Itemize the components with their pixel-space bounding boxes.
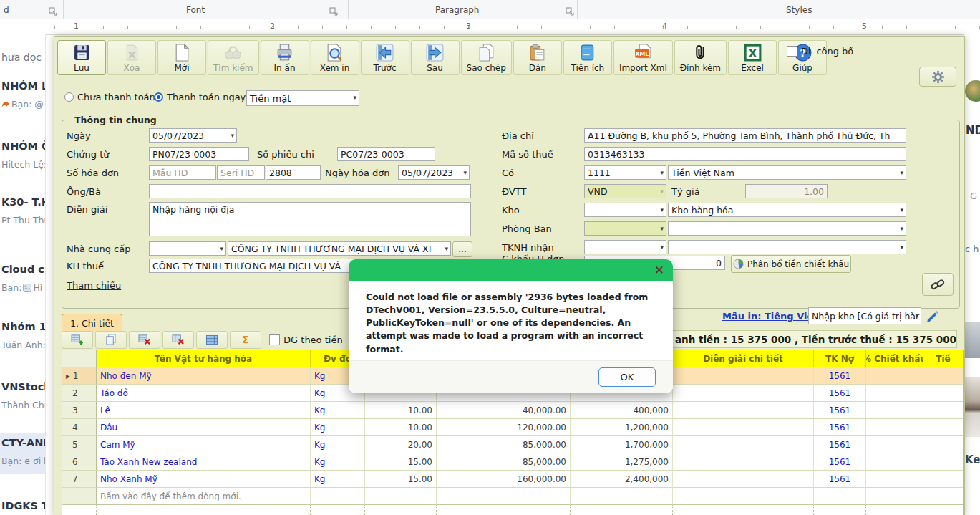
cell-qty[interactable]: 10.00 — [365, 419, 437, 436]
cell-amount[interactable]: 2,400,000 — [571, 471, 673, 488]
radio-chua-thanh-toan[interactable]: Chưa thanh toán — [64, 92, 155, 102]
cell-unit[interactable]: Kg — [311, 471, 365, 488]
cell-name[interactable]: Dâu — [97, 419, 311, 436]
cell-qty[interactable]: 15.00 — [365, 453, 437, 471]
nha-cung-cap-code-combo[interactable]: ▾ — [149, 241, 226, 256]
cell-num[interactable]: 6 — [62, 453, 97, 471]
dvtt-combo[interactable]: VND▾ — [584, 184, 666, 198]
cell-tkno[interactable]: 1561 — [814, 385, 866, 402]
cell-tkno[interactable]: 1561 — [814, 436, 866, 453]
cell-name[interactable]: Lê — [97, 402, 311, 419]
cell-qty[interactable]: 20.00 — [365, 436, 437, 453]
cell-price[interactable]: 85,000.00 — [437, 453, 571, 471]
delete-column-button[interactable] — [162, 331, 194, 349]
cell-note[interactable] — [673, 453, 814, 471]
seri-hd-input[interactable]: Seri HĐ — [217, 165, 265, 180]
forward-button[interactable]: Sau — [411, 40, 460, 75]
cell-tkno[interactable]: 1561 — [814, 471, 866, 488]
cell-amount[interactable]: 400,000 — [571, 402, 673, 419]
cell-num[interactable]: 3 — [62, 402, 97, 419]
tham-chieu-link[interactable]: Tham chiếu — [67, 280, 121, 291]
mau-hd-input[interactable]: Mẫu HĐ — [149, 165, 216, 180]
column-header-tien[interactable]: Tiề — [923, 350, 964, 367]
cell-empty[interactable] — [866, 488, 923, 505]
message-thumbnail[interactable] — [965, 322, 980, 358]
conversation-title[interactable]: NHÓM L — [1, 80, 46, 92]
paste-button[interactable]: Dán — [513, 40, 562, 75]
radio-circle[interactable] — [64, 92, 74, 102]
chat-sidebar[interactable]: hưa đọc NHÓM LBạn: @NHÓM ÔHitech Lệ:K30-… — [0, 34, 46, 515]
cell-qty[interactable]: 15.00 — [365, 471, 437, 488]
conversation-title[interactable]: Cloud củ — [1, 264, 46, 275]
table-row[interactable]: 3LêKg10.0040,000.00400,0001561 — [62, 402, 963, 419]
cell-tien[interactable] — [923, 471, 964, 488]
dialog-launcher-icon[interactable] — [566, 6, 575, 15]
conversation-title[interactable]: CTY-AND — [1, 437, 46, 448]
back-button[interactable]: Trước — [361, 40, 409, 75]
ngay-combo[interactable]: 05/07/2023▾ — [149, 128, 237, 143]
cell-discount[interactable] — [866, 471, 923, 488]
dialog-launcher-icon[interactable] — [329, 6, 339, 15]
table-row[interactable]: 6Táo Xanh New zealandKg15.0085,000.001,2… — [62, 453, 963, 471]
save-button[interactable]: Lưu — [57, 40, 106, 75]
cell-discount[interactable] — [866, 453, 923, 471]
cell-tkno[interactable]: 1561 — [814, 402, 866, 419]
cell-tien[interactable] — [923, 385, 964, 402]
copy-button[interactable]: Sao chép — [461, 40, 512, 75]
conversation-title[interactable]: IDGKS T — [1, 500, 46, 511]
preview-button[interactable]: Xem in — [311, 40, 359, 75]
xml-button[interactable]: XMLImport Xml — [613, 40, 673, 75]
cell-price[interactable]: 85,000.00 — [437, 436, 571, 453]
settings-button[interactable] — [919, 67, 956, 87]
add-row-hint[interactable]: Bấm vào đây để thêm dòng mới. — [97, 488, 311, 505]
cell-tkno[interactable]: 1561 — [814, 419, 866, 436]
ok-button[interactable]: OK — [598, 367, 656, 387]
cell-unit[interactable]: Kg — [311, 436, 365, 453]
cell-discount[interactable] — [866, 367, 923, 385]
so-phieu-chi-input[interactable]: PC07/23-0003 — [337, 147, 435, 161]
cell-amount[interactable]: 1,200,000 — [571, 419, 673, 436]
new-button[interactable]: Mới — [157, 40, 206, 75]
phong-ban-name-combo[interactable]: ▾ — [668, 221, 906, 236]
cell-tien[interactable] — [923, 419, 964, 436]
cell-discount[interactable] — [866, 385, 923, 402]
edit-template-button[interactable] — [926, 309, 939, 324]
cell-note[interactable] — [673, 471, 814, 488]
utility-button[interactable]: Tiện ích — [563, 40, 612, 75]
tknh-code-combo[interactable]: ▾ — [584, 240, 666, 254]
print-template-combo[interactable]: Nhập kho [Có giá trị hàr▾ — [808, 307, 921, 324]
cell-note[interactable] — [673, 367, 814, 385]
checkbox-box[interactable] — [787, 46, 797, 57]
cell-note[interactable] — [673, 385, 814, 402]
cell-qty[interactable]: 10.00 — [365, 402, 437, 419]
more-button[interactable]: ... — [452, 241, 472, 257]
checkbox-box[interactable] — [269, 334, 280, 345]
right-background-window[interactable]: ND G c h Ke — [964, 34, 980, 515]
co-currency-combo[interactable]: Tiền Việt Nam▾ — [668, 165, 906, 180]
column-header-name[interactable]: Tên Vật tư hàng hóa — [97, 350, 311, 367]
payment-method-combo[interactable]: Tiền mặt▾ — [246, 90, 359, 106]
cell-tien[interactable] — [923, 453, 964, 471]
cell-num[interactable]: 7 — [62, 471, 97, 488]
close-icon[interactable]: ✕ — [654, 264, 664, 276]
conversation-title[interactable]: VNStock — [1, 381, 46, 393]
cell-note[interactable] — [673, 402, 814, 419]
table-row[interactable]: 5Cam MỹKg20.0085,000.001,700,0001561 — [62, 436, 963, 453]
add-new-row[interactable]: Bấm vào đây để thêm dòng mới. — [62, 488, 963, 505]
print-button[interactable]: In ấn — [261, 40, 309, 75]
cell-tien[interactable] — [923, 402, 964, 419]
ngay-hoa-don-combo[interactable]: 05/07/2023▾ — [398, 165, 470, 180]
cell-price[interactable]: 40,000.00 — [437, 402, 571, 419]
cell-discount[interactable] — [866, 436, 923, 453]
cell-unit[interactable]: Kg — [311, 419, 365, 436]
cell-tkno[interactable]: 1561 — [814, 453, 866, 471]
kho-code-combo[interactable]: ▾ — [584, 203, 666, 217]
dia-chi-input[interactable]: A11 Đường B, khu phố 5, Phường Tam Bình,… — [584, 128, 906, 143]
cell-empty[interactable] — [311, 488, 365, 505]
cell-name[interactable]: Táo đỏ — [97, 385, 311, 402]
cell-name[interactable]: Nho Xanh Mỹ — [97, 471, 311, 488]
table-row[interactable]: 4DâuKg10.00120,000.001,200,0001561 — [62, 419, 963, 436]
cell-empty[interactable] — [62, 488, 97, 505]
radio-thanh-toan-ngay[interactable]: Thanh toán ngay — [154, 92, 246, 102]
dialog-launcher-icon[interactable] — [49, 6, 58, 15]
